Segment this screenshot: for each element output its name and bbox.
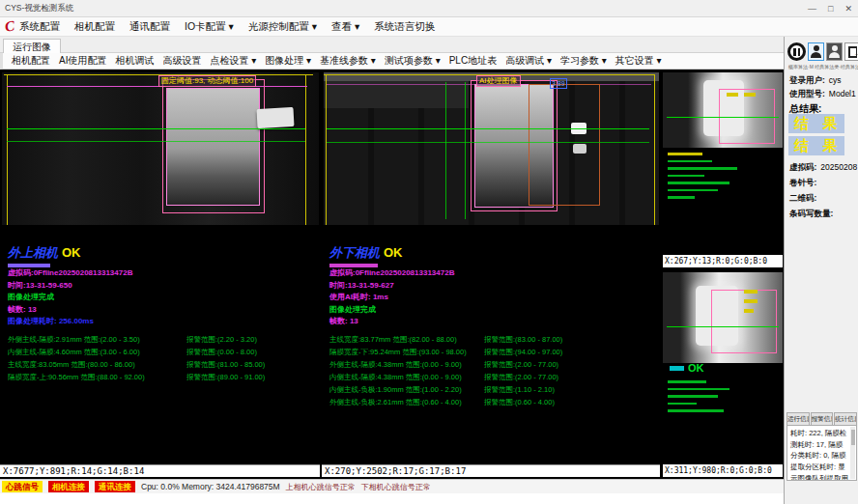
micro-text-bar [668,182,729,184]
close-icon[interactable]: ✕ [844,4,852,14]
toolbar: 相机配置 AI使用配置 相机调试 高级设置 点检设置 ▾ 图像处理 ▾ 基准线参… [0,53,784,70]
minimize-icon[interactable]: — [808,4,816,14]
camera-image-lower-outer: AI处理图像 3.89 [324,72,659,225]
user-switch-button[interactable] [826,42,843,61]
stats-textbox: 耗时: 222, 隔膜检测耗时: 17, 隔膜分类耗时: 0, 隔膜提取分区耗时… [786,425,857,481]
measure-row: 内侧主线-负极:1.90mm 范围:(1.00 - 2.20)报警范围:(1.1… [329,385,657,398]
tool-advanced-debug[interactable]: 高级调试 ▾ [505,54,552,68]
bottom-strip [0,493,784,504]
coords-readout-middle: X:270;Y:2502;R:17;G:17;B:17 [322,464,660,477]
roi-line [326,74,327,225]
user-icon [829,45,840,58]
app-logo-icon: C [0,17,20,37]
window-controls: — □ ✕ [808,0,852,17]
user-icon [811,45,821,58]
result-badge-lower: 结 果 [788,136,844,155]
coords-readout-left: X:7677;Y:891;R:14;G:14;B:14 [0,464,320,477]
stats-text: 耗时: 222, 隔膜检测耗时: 17, 隔膜分类耗时: 0, 隔膜提取分区耗时… [790,429,848,481]
status-ok: OK [62,245,81,260]
tool-advanced-settings[interactable]: 高级设置 [162,54,201,68]
micro-text-bar [668,395,718,398]
menu-item-camera-config[interactable]: 相机配置 [74,20,115,34]
login-user-label: 登录用户: [789,75,825,85]
menu-item-light-config[interactable]: 光源控制配置 ▾ [248,20,317,34]
measure-row: 外侧主线-隔膜:4.38mm 范围:(0.00 - 9.00)报警范围:(2.0… [329,360,657,373]
tool-camera-debug[interactable]: 相机调试 [115,54,154,68]
measure-line [465,82,466,219]
thumb-camera-image-top [663,72,783,148]
roi-line [7,74,8,225]
measure-row: 内侧主线-隔膜:4.60mm 范围:(3.00 - 6.00)报警范围:(0.0… [8,348,317,360]
ai-score-label: 3.89 [550,78,567,89]
status-bar: 心跳信号 相机连接 通讯连接 Cpu: 0.0% Memory: 3424.41… [0,479,784,493]
camera-connect-badge: 相机连接 [48,481,89,492]
process-done-line: 图像处理完成 [8,292,317,304]
virtual-code-line: 虚拟码:0Ffline2025020813313472B [329,267,657,280]
model-value: Model1 [829,89,856,98]
stats-scrollbar[interactable] [850,427,855,479]
tape-piece [257,107,295,128]
comm-connect-badge: 通讯连接 [95,481,135,492]
tool-learning-params[interactable]: 学习参数 ▾ [560,54,607,68]
algorithm-mode-line: 概率算法·M 经典算法类·经典算法类 [788,64,858,70]
elapsed-line: 图像处理耗时: 256.00ms [8,316,317,328]
tool-image-processing[interactable]: 图像处理 ▾ [265,54,311,68]
menu-bar: C 系统配置 相机配置 通讯配置 IO卡配置 ▾ 光源控制配置 ▾ 查看 ▾ 系… [0,17,858,37]
exit-door-icon: → [848,46,857,58]
tool-other-settings[interactable]: 其它设置 ▾ [615,54,662,68]
measure-row: 隔膜宽度-上:90.56mm 范围:(88.00 - 92.00)报警范围:(8… [8,373,317,385]
micro-text-bar [668,380,706,383]
frame-count-line: 帧数: 13 [329,316,657,328]
overlay-text-left: 外上相机OK 虚拟码:0Ffline2025020813313472B 时间:1… [8,244,317,385]
tool-ai-usage-config[interactable]: AI使用配置 [59,54,106,68]
pause-button[interactable] [787,42,806,61]
value-tag [744,299,758,303]
barcode-count-label: 条码写数量: [789,209,833,218]
measure-line [667,117,779,118]
micro-text-bar [670,366,684,371]
user-login-button[interactable] [808,42,824,61]
measure-row: 外侧主线-负极:2.61mm 范围:(0.60 - 4.00)报警范围:(0.6… [329,398,657,410]
measure-line [7,128,305,129]
model-row: 使用型号:Model1 [789,89,856,100]
micro-text-bar [668,409,724,412]
measure-line [7,141,305,142]
maximize-icon[interactable]: □ [828,4,833,14]
machine-deck [324,81,469,108]
menu-item-view[interactable]: 查看 ▾ [331,20,359,34]
login-user-row: 登录用户:cys [789,75,842,87]
roi-line [305,74,306,225]
virtual-code-row: 虚拟码:20250208 [789,162,857,174]
coords-readout-thumb-bottom: X:311;Y:980;R:0;G:0;B:0 [663,464,783,477]
tool-camera-config[interactable]: 相机配置 [12,54,50,68]
menu-item-system-config[interactable]: 系统配置 [19,20,60,34]
heartbeat-badge: 心跳信号 [2,481,43,492]
exit-button[interactable]: → [844,42,858,61]
menu-item-language-switch[interactable]: 系统语言切换 [374,20,435,34]
tool-baseline-params[interactable]: 基准线参数 ▾ [320,54,376,68]
thumb-top-textlines [668,153,737,204]
virtual-code-value: 20250208 [820,162,857,172]
status-ok: OK [384,245,403,260]
virtual-code-line: 虚拟码:0Ffline2025020813313472B [8,267,317,280]
menu-item-io-config[interactable]: IO卡配置 ▾ [185,20,234,34]
measure-line [327,128,649,129]
tool-plc-address-table[interactable]: PLC地址表 [449,54,497,68]
status-ok: OK [688,362,704,374]
tool-spot-check[interactable]: 点检设置 ▾ [210,54,256,68]
frame-count-line: 帧数: 13 [8,304,317,317]
app-window: CYS-视觉检测系统 — □ ✕ C 系统配置 相机配置 通讯配置 IO卡配置 … [0,0,858,504]
measure-line [667,326,779,327]
cell-region [166,88,260,206]
micro-text-bar [668,160,712,163]
camera-image-upper-outer: 固定阈值:93, 动态阈值:100 [2,72,319,225]
micro-text-bar [668,196,695,199]
value-tag [744,290,758,294]
login-user-value: cys [829,75,842,85]
menu-item-comm-config[interactable]: 通讯配置 [129,20,170,34]
measure-row: 主线宽度:83.05mm 范围:(80.00 - 86.00)报警范围:(81.… [8,360,317,373]
micro-text-bar [668,388,729,391]
tool-test-params[interactable]: 测试项参数 ▾ [385,54,441,68]
upper-camera-heartbeat: 上相机心跳信号正常 [286,482,356,492]
time-line: 时间:13-31-59-627 [329,280,657,293]
